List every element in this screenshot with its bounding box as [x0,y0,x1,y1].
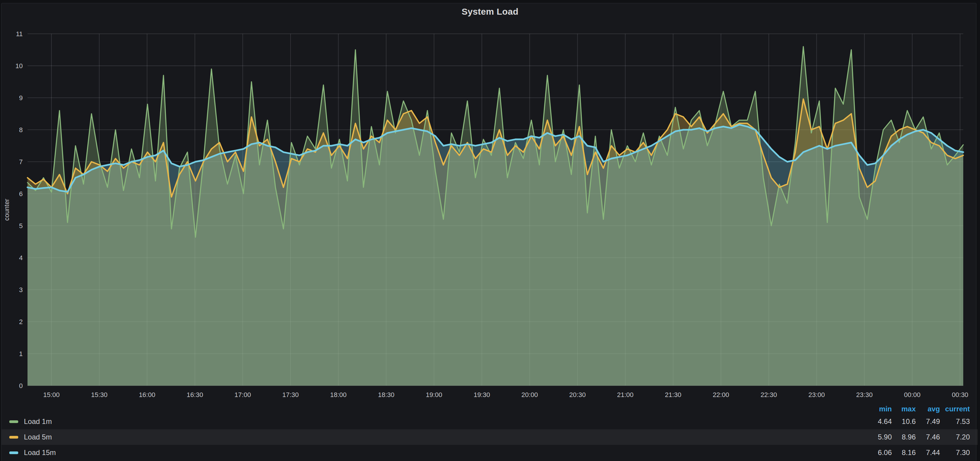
series-color-swatch-load-15m[interactable] [9,451,18,454]
x-tick-label: 21:00 [617,391,633,399]
legend-row-load-5m[interactable]: Load 5m 5.90 8.96 7.46 7.20 [2,429,978,445]
series-color-swatch-load-5m[interactable] [9,436,18,439]
stat-current: 7.30 [940,448,970,457]
system-load-graph[interactable]: 0123456789101115:0015:3016:0016:3017:001… [0,0,980,404]
x-tick-label: 22:00 [713,391,729,399]
y-tick-label: 4 [19,254,23,262]
stat-avg: 7.46 [916,433,940,441]
x-tick-label: 18:30 [378,391,395,399]
series-color-swatch-load-1m[interactable] [9,420,18,423]
stat-avg: 7.44 [916,448,940,457]
y-tick-label: 8 [19,126,23,134]
y-tick-label: 9 [19,94,23,102]
y-tick-label: 1 [19,350,23,358]
stat-max: 8.96 [892,433,916,441]
stat-max: 8.16 [892,448,916,457]
legend: min max avg current Load 1m 4.64 10.6 7.… [2,404,978,460]
legend-header-max[interactable]: max [892,405,916,413]
y-tick-label: 3 [19,286,23,294]
x-tick-label: 15:00 [43,391,59,399]
y-axis-title: counter [3,199,11,221]
y-tick-label: 7 [19,158,23,165]
stat-min: 5.90 [863,433,892,441]
x-tick-label: 15:30 [91,391,107,399]
x-tick-label: 00:00 [904,391,921,399]
y-tick-label: 6 [19,190,23,198]
x-tick-label: 23:00 [808,391,825,399]
x-tick-label: 19:30 [474,391,490,399]
x-tick-label: 17:30 [282,391,299,399]
stat-current: 7.20 [940,433,970,441]
x-tick-label: 16:30 [186,391,203,399]
legend-header-min[interactable]: min [863,405,892,413]
y-tick-label: 0 [19,382,23,389]
y-tick-label: 5 [19,222,23,230]
stat-avg: 7.49 [916,417,940,426]
stat-current: 7.53 [940,417,970,426]
x-tick-label: 22:30 [760,391,777,399]
stat-min: 4.64 [863,417,892,426]
x-tick-label: 23:30 [856,391,873,399]
x-tick-label: 16:00 [139,391,155,399]
legend-stats-load-1m: 4.64 10.6 7.49 7.53 [863,417,978,426]
legend-series-label-load-5m[interactable]: Load 5m [24,433,52,441]
x-tick-label: 20:30 [569,391,585,399]
legend-header-current[interactable]: current [940,405,970,413]
legend-header-stats: min max avg current [863,405,978,413]
legend-series-label-load-1m[interactable]: Load 1m [24,417,52,426]
x-tick-label: 21:30 [665,391,681,399]
legend-series-label-load-15m[interactable]: Load 15m [24,448,56,457]
legend-header-row: min max avg current [2,404,978,414]
x-tick-label: 00:30 [952,391,968,399]
legend-row-load-15m[interactable]: Load 15m 6.06 8.16 7.44 7.30 [2,445,978,460]
x-tick-label: 20:00 [522,391,538,399]
legend-stats-load-5m: 5.90 8.96 7.46 7.20 [863,433,978,441]
y-tick-label: 2 [19,318,23,326]
stat-min: 6.06 [863,448,892,457]
y-tick-label: 11 [16,30,23,38]
x-tick-label: 17:00 [234,391,251,399]
legend-stats-load-15m: 6.06 8.16 7.44 7.30 [863,448,978,457]
x-tick-label: 18:00 [330,391,347,399]
stat-max: 10.6 [892,417,916,426]
x-tick-label: 19:00 [426,391,442,399]
y-tick-label: 10 [16,62,23,70]
legend-header-avg[interactable]: avg [916,405,940,413]
legend-row-load-1m[interactable]: Load 1m 4.64 10.6 7.49 7.53 [2,414,978,429]
grafana-system-load-page: { "panel": { "title": "System Load", "y_… [0,0,980,461]
